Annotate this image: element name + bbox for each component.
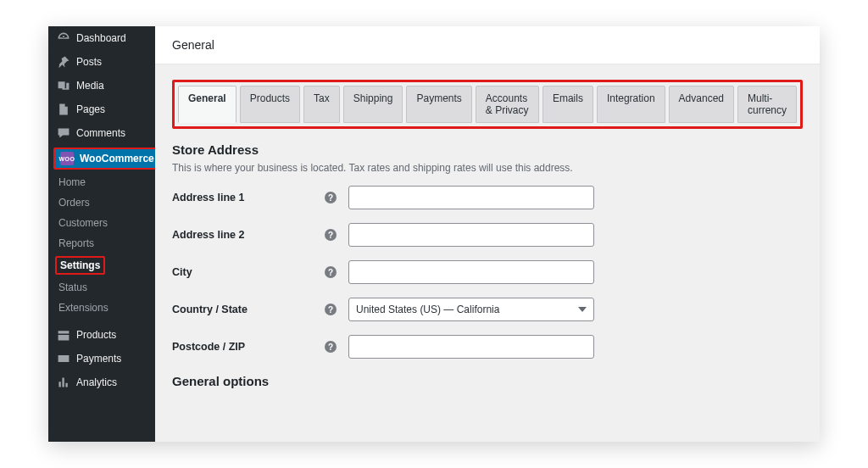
tab-tax[interactable]: Tax (303, 86, 340, 123)
app-frame: Dashboard Posts Media Pages Comments WOO… (48, 26, 820, 442)
field-label: Address line 2 (172, 229, 325, 241)
comments-icon (57, 126, 70, 140)
sidebar-item-payments[interactable]: Payments (48, 347, 155, 370)
row-country-state: Country / State ? United States (US) — C… (172, 298, 803, 321)
wc-sub-label: Status (58, 281, 87, 293)
dashboard-icon (57, 31, 70, 45)
wc-sub-label: Settings (60, 259, 100, 271)
wc-sub-home[interactable]: Home (48, 172, 155, 192)
tab-label: General (188, 92, 226, 104)
payments-icon (57, 352, 70, 365)
media-icon (57, 79, 70, 92)
tab-label: Advanced (679, 92, 724, 104)
sidebar-item-label: Pages (76, 103, 105, 115)
pin-icon (57, 55, 70, 69)
help-icon[interactable]: ? (325, 192, 337, 203)
help-icon[interactable]: ? (325, 266, 337, 278)
woocommerce-icon: WOO (60, 152, 74, 165)
city-input[interactable] (348, 260, 594, 284)
content-header: General (155, 26, 820, 64)
sidebar-item-pages[interactable]: Pages (48, 98, 155, 121)
tab-label: Tax (314, 92, 330, 104)
sidebar-item-comments[interactable]: Comments (48, 121, 155, 145)
tab-advanced[interactable]: Advanced (669, 86, 734, 123)
address-line-1-input[interactable] (348, 186, 594, 209)
page-title: General (172, 38, 214, 52)
wc-sub-orders[interactable]: Orders (48, 192, 155, 213)
settings-tabs: General Products Tax Shipping Payments A… (178, 86, 797, 123)
wc-sub-label: Extensions (58, 302, 108, 314)
wc-sub-reports[interactable]: Reports (48, 233, 155, 254)
sidebar-item-label: Media (76, 80, 104, 92)
tab-emails[interactable]: Emails (542, 86, 593, 123)
wc-sub-label: Reports (58, 237, 94, 249)
sidebar-item-label: Analytics (76, 376, 117, 388)
wc-sub-customers[interactable]: Customers (48, 213, 155, 233)
products-icon (57, 328, 70, 342)
row-city: City ? (172, 260, 803, 284)
tab-label: Integration (607, 92, 655, 104)
section-description: This is where your business is located. … (172, 162, 803, 174)
tab-label: Accounts & Privacy (486, 92, 529, 116)
sidebar-item-label: Posts (76, 56, 102, 68)
sidebar-item-label: Products (76, 329, 116, 341)
wc-sub-settings[interactable]: Settings (48, 254, 155, 277)
content-area: General General Products Tax Shipping Pa… (155, 26, 820, 442)
section-title-store-address: Store Address (172, 142, 803, 157)
tab-general[interactable]: General (178, 86, 236, 123)
wc-sub-label: Orders (58, 197, 90, 209)
help-icon[interactable]: ? (325, 229, 337, 241)
address-line-2-input[interactable] (348, 223, 594, 247)
sidebar-item-label: Dashboard (76, 32, 126, 44)
wc-sub-extensions[interactable]: Extensions (48, 298, 155, 318)
tab-label: Products (250, 92, 290, 104)
field-label: Address line 1 (172, 192, 325, 203)
tab-accounts-privacy[interactable]: Accounts & Privacy (476, 86, 539, 123)
tab-label: Payments (416, 92, 461, 104)
wc-sub-label: Home (58, 176, 86, 188)
postcode-input[interactable] (348, 335, 594, 359)
tab-products[interactable]: Products (240, 86, 300, 123)
sidebar-item-analytics[interactable]: Analytics (48, 370, 155, 394)
field-label: City (172, 266, 325, 278)
field-label: Postcode / ZIP (172, 341, 325, 353)
row-postcode: Postcode / ZIP ? (172, 335, 803, 359)
tab-shipping[interactable]: Shipping (343, 86, 403, 123)
section-title-general-options: General options (172, 374, 803, 388)
pages-icon (57, 103, 70, 116)
sidebar-item-label: WooCommerce (80, 153, 154, 164)
tab-payments[interactable]: Payments (406, 86, 471, 123)
tab-label: Emails (553, 92, 583, 104)
sidebar-item-label: Payments (76, 353, 121, 365)
tab-label: Multi-currency (748, 92, 787, 116)
tab-multi-currency[interactable]: Multi-currency (737, 86, 797, 123)
tabs-highlight-box: General Products Tax Shipping Payments A… (172, 80, 803, 129)
admin-sidebar: Dashboard Posts Media Pages Comments WOO… (48, 26, 155, 442)
help-icon[interactable]: ? (325, 341, 337, 353)
country-state-select[interactable]: United States (US) — California (348, 298, 594, 321)
tab-integration[interactable]: Integration (597, 86, 665, 123)
help-icon[interactable]: ? (325, 304, 337, 315)
sidebar-item-dashboard[interactable]: Dashboard (48, 26, 155, 50)
tab-label: Shipping (353, 92, 393, 104)
analytics-icon (57, 376, 70, 389)
wc-sub-label: Customers (58, 217, 108, 229)
sidebar-item-woocommerce[interactable]: WOO WooCommerce (53, 148, 155, 170)
sidebar-item-posts[interactable]: Posts (48, 50, 155, 74)
field-label: Country / State (172, 304, 325, 315)
sidebar-item-label: Comments (76, 127, 125, 139)
sidebar-item-products[interactable]: Products (48, 323, 155, 347)
row-address-line-2: Address line 2 ? (172, 223, 803, 247)
sidebar-item-media[interactable]: Media (48, 74, 155, 98)
row-address-line-1: Address line 1 ? (172, 186, 803, 209)
wc-sub-status[interactable]: Status (48, 277, 155, 298)
